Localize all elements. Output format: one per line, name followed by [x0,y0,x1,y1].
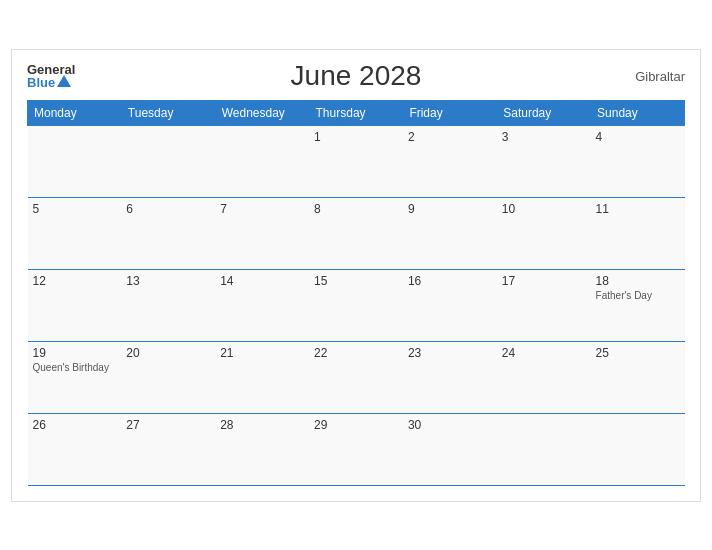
calendar-week-row: 12131415161718Father's Day [28,269,685,341]
day-number: 18 [596,274,680,288]
table-row [591,413,685,485]
header-sunday: Sunday [591,100,685,125]
day-number: 29 [314,418,398,432]
day-number: 11 [596,202,680,216]
table-row: 25 [591,341,685,413]
day-number: 8 [314,202,398,216]
table-row: 23 [403,341,497,413]
table-row: 15 [309,269,403,341]
table-row: 6 [121,197,215,269]
table-row: 18Father's Day [591,269,685,341]
day-number: 16 [408,274,492,288]
day-number: 27 [126,418,210,432]
table-row: 9 [403,197,497,269]
day-number: 5 [33,202,117,216]
day-number: 23 [408,346,492,360]
table-row: 17 [497,269,591,341]
day-number: 30 [408,418,492,432]
calendar-container: General Blue June 2028 Gibraltar Monday … [11,49,701,502]
table-row: 3 [497,125,591,197]
table-row: 11 [591,197,685,269]
day-number: 26 [33,418,117,432]
calendar-header: General Blue June 2028 Gibraltar [27,60,685,92]
header-saturday: Saturday [497,100,591,125]
calendar-week-row: 19Queen's Birthday202122232425 [28,341,685,413]
table-row [121,125,215,197]
day-number: 21 [220,346,304,360]
table-row: 24 [497,341,591,413]
calendar-title: June 2028 [27,60,685,92]
table-row: 27 [121,413,215,485]
calendar-week-row: 567891011 [28,197,685,269]
logo-triangle-icon [57,75,71,87]
event-label: Queen's Birthday [33,362,117,373]
day-number: 24 [502,346,586,360]
event-label: Father's Day [596,290,680,301]
day-number: 6 [126,202,210,216]
day-number: 7 [220,202,304,216]
table-row: 12 [28,269,122,341]
day-number: 2 [408,130,492,144]
day-number: 9 [408,202,492,216]
day-number: 15 [314,274,398,288]
logo: General Blue [27,63,75,89]
header-thursday: Thursday [309,100,403,125]
day-number: 19 [33,346,117,360]
day-number: 4 [596,130,680,144]
calendar-grid: Monday Tuesday Wednesday Thursday Friday… [27,100,685,486]
table-row: 7 [215,197,309,269]
table-row: 5 [28,197,122,269]
header-wednesday: Wednesday [215,100,309,125]
table-row: 21 [215,341,309,413]
day-number: 12 [33,274,117,288]
table-row: 30 [403,413,497,485]
logo-blue-label: Blue [27,76,55,89]
table-row: 16 [403,269,497,341]
table-row: 14 [215,269,309,341]
calendar-week-row: 2627282930 [28,413,685,485]
table-row: 10 [497,197,591,269]
day-number: 1 [314,130,398,144]
header-tuesday: Tuesday [121,100,215,125]
table-row: 2 [403,125,497,197]
table-row: 29 [309,413,403,485]
header-friday: Friday [403,100,497,125]
table-row [215,125,309,197]
day-number: 13 [126,274,210,288]
day-number: 20 [126,346,210,360]
logo-blue-text: Blue [27,76,75,89]
calendar-week-row: 1234 [28,125,685,197]
table-row: 8 [309,197,403,269]
day-number: 28 [220,418,304,432]
region-label: Gibraltar [635,68,685,83]
day-number: 3 [502,130,586,144]
table-row: 4 [591,125,685,197]
table-row: 22 [309,341,403,413]
table-row [497,413,591,485]
day-number: 14 [220,274,304,288]
table-row: 28 [215,413,309,485]
day-number: 17 [502,274,586,288]
table-row: 20 [121,341,215,413]
table-row: 19Queen's Birthday [28,341,122,413]
day-number: 22 [314,346,398,360]
table-row: 13 [121,269,215,341]
table-row: 26 [28,413,122,485]
day-number: 10 [502,202,586,216]
weekday-header-row: Monday Tuesday Wednesday Thursday Friday… [28,100,685,125]
day-number: 25 [596,346,680,360]
header-monday: Monday [28,100,122,125]
table-row [28,125,122,197]
table-row: 1 [309,125,403,197]
